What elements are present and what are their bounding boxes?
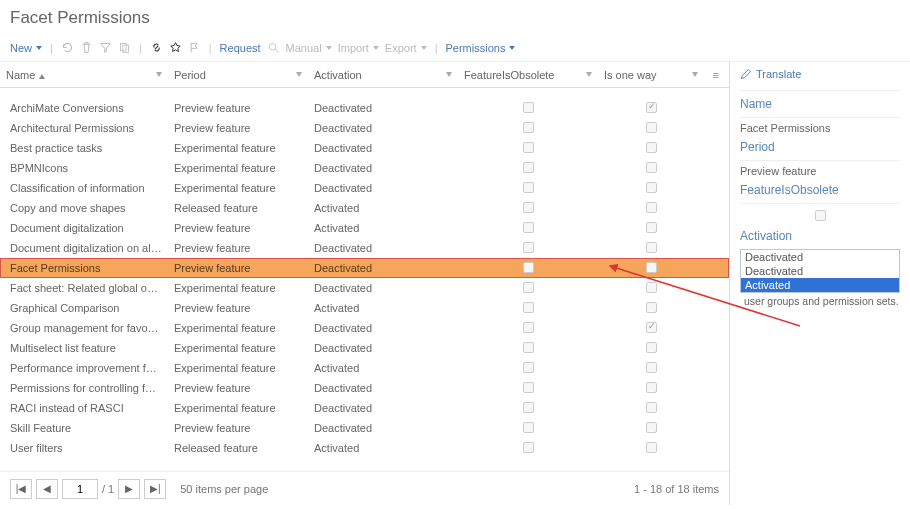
checkbox[interactable] xyxy=(646,422,657,433)
checkbox[interactable] xyxy=(646,282,657,293)
checkbox[interactable] xyxy=(523,262,534,273)
cell-activation: Deactivated xyxy=(308,142,458,154)
table-row[interactable]: Document digitalization on all facetsPre… xyxy=(0,238,729,258)
table-row[interactable]: ArchiMate ConversionsPreview featureDeac… xyxy=(0,98,729,118)
manual-button[interactable]: Manual xyxy=(286,42,332,54)
cell-obsolete xyxy=(458,162,598,175)
checkbox[interactable] xyxy=(523,202,534,213)
checkbox[interactable] xyxy=(646,442,657,453)
export-button[interactable]: Export xyxy=(385,42,427,54)
flag-icon[interactable] xyxy=(188,41,201,54)
table-row[interactable]: Facet PermissionsPreview featureDeactiva… xyxy=(0,258,729,278)
side-period-label: Period xyxy=(740,140,900,154)
checkbox[interactable] xyxy=(523,362,534,373)
table-row[interactable]: Multiselect list featureExperimental fea… xyxy=(0,338,729,358)
permissions-button[interactable]: Permissions xyxy=(446,42,516,54)
cell-period: Experimental feature xyxy=(168,162,308,174)
checkbox[interactable] xyxy=(523,322,534,333)
checkbox[interactable] xyxy=(523,442,534,453)
activation-option[interactable]: Deactivated xyxy=(741,250,899,264)
chevron-down-icon[interactable] xyxy=(296,72,302,77)
activation-option[interactable]: Activated xyxy=(741,278,899,292)
checkbox[interactable] xyxy=(523,282,534,293)
checkbox[interactable] xyxy=(646,242,657,253)
table-row[interactable]: Document digitalizationPreview featureAc… xyxy=(0,218,729,238)
checkbox[interactable] xyxy=(646,262,657,273)
checkbox[interactable] xyxy=(646,102,657,113)
checkbox[interactable] xyxy=(523,422,534,433)
checkbox[interactable] xyxy=(646,142,657,153)
pager-page-input[interactable] xyxy=(62,479,98,499)
search-icon[interactable] xyxy=(267,41,280,54)
checkbox[interactable] xyxy=(523,102,534,113)
checkbox[interactable] xyxy=(523,242,534,253)
new-button[interactable]: New xyxy=(10,42,42,54)
checkbox[interactable] xyxy=(523,182,534,193)
column-header-oneway[interactable]: Is one way xyxy=(598,62,704,87)
table-row[interactable]: RACI instead of RASCIExperimental featur… xyxy=(0,398,729,418)
activation-dropdown[interactable]: DeactivatedDeactivatedActivated xyxy=(740,249,900,293)
side-obsolete-checkbox[interactable] xyxy=(815,210,826,221)
chevron-down-icon[interactable] xyxy=(586,72,592,77)
copy-icon[interactable] xyxy=(118,41,131,54)
pager-last[interactable]: ▶| xyxy=(144,479,166,499)
pager-next[interactable]: ▶ xyxy=(118,479,140,499)
column-header-activation[interactable]: Activation xyxy=(308,62,458,87)
table-row[interactable]: Graphical ComparisonPreview featureActiv… xyxy=(0,298,729,318)
pager: |◀ ◀ / 1 ▶ ▶| 50 items per page 1 - 18 o… xyxy=(0,471,729,505)
checkbox[interactable] xyxy=(523,142,534,153)
checkbox[interactable] xyxy=(646,322,657,333)
checkbox[interactable] xyxy=(646,202,657,213)
checkbox[interactable] xyxy=(523,122,534,133)
chevron-down-icon[interactable] xyxy=(446,72,452,77)
cell-activation: Activated xyxy=(308,202,458,214)
table-row[interactable]: Skill FeaturePreview featureDeactivated xyxy=(0,418,729,438)
table-row[interactable]: Classification of informationExperimenta… xyxy=(0,178,729,198)
favorite-icon[interactable] xyxy=(169,41,182,54)
pager-first[interactable]: |◀ xyxy=(10,479,32,499)
checkbox[interactable] xyxy=(523,402,534,413)
table-row[interactable]: Best practice tasksExperimental featureD… xyxy=(0,138,729,158)
pager-per-page: 50 items per page xyxy=(180,483,268,495)
column-header-period[interactable]: Period xyxy=(168,62,308,87)
translate-link[interactable]: Translate xyxy=(740,68,900,80)
table-row[interactable]: Permissions for controlling favoritesPre… xyxy=(0,378,729,398)
checkbox[interactable] xyxy=(646,362,657,373)
checkbox[interactable] xyxy=(646,222,657,233)
column-menu-icon[interactable]: ≡ xyxy=(709,69,723,81)
delete-icon[interactable] xyxy=(80,41,93,54)
link-icon[interactable] xyxy=(150,41,163,54)
checkbox[interactable] xyxy=(523,342,534,353)
column-header-name[interactable]: Name xyxy=(0,62,168,87)
checkbox[interactable] xyxy=(523,302,534,313)
checkbox[interactable] xyxy=(646,182,657,193)
table-row[interactable]: User filtersReleased featureActivated xyxy=(0,438,729,458)
table-row[interactable]: Performance improvement for mode...Exper… xyxy=(0,358,729,378)
checkbox[interactable] xyxy=(646,382,657,393)
table-row[interactable]: BPMNIconsExperimental featureDeactivated xyxy=(0,158,729,178)
column-header-obsolete[interactable]: FeatureIsObsolete xyxy=(458,62,598,87)
import-button[interactable]: Import xyxy=(338,42,379,54)
table-row[interactable]: Copy and move shapesReleased featureActi… xyxy=(0,198,729,218)
refresh-icon[interactable] xyxy=(61,41,74,54)
cell-oneway xyxy=(598,142,704,155)
checkbox[interactable] xyxy=(523,162,534,173)
side-activation-label: Activation xyxy=(740,229,900,243)
activation-option[interactable]: Deactivated xyxy=(741,264,899,278)
table-row[interactable]: Group management for favoritesExperiment… xyxy=(0,318,729,338)
checkbox[interactable] xyxy=(646,122,657,133)
checkbox[interactable] xyxy=(646,162,657,173)
checkbox[interactable] xyxy=(646,342,657,353)
chevron-down-icon[interactable] xyxy=(156,72,162,77)
pager-prev[interactable]: ◀ xyxy=(36,479,58,499)
checkbox[interactable] xyxy=(646,402,657,413)
checkbox[interactable] xyxy=(523,382,534,393)
checkbox[interactable] xyxy=(523,222,534,233)
table-row[interactable]: Fact sheet: Related global objectsExperi… xyxy=(0,278,729,298)
table-row[interactable]: Architectural PermissionsPreview feature… xyxy=(0,118,729,138)
request-button[interactable]: Request xyxy=(220,42,261,54)
checkbox[interactable] xyxy=(646,302,657,313)
chevron-down-icon[interactable] xyxy=(692,72,698,77)
filter-icon[interactable] xyxy=(99,41,112,54)
cell-name: ArchiMate Conversions xyxy=(0,102,168,114)
